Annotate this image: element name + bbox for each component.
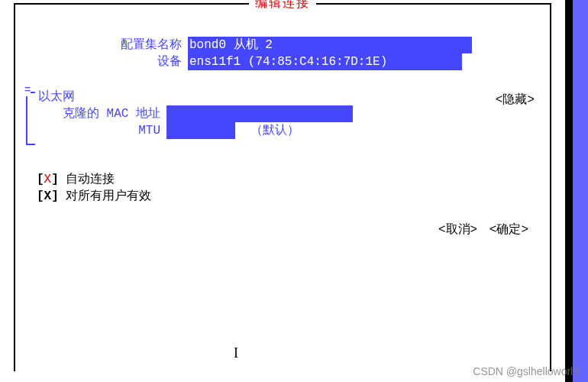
ok-button[interactable]: <确定> (489, 223, 528, 237)
auto-connect-label: 自动连接 (66, 173, 115, 186)
ethernet-section-label: 以太网 (38, 89, 75, 105)
mtu-label: MTU (15, 122, 166, 139)
device-label: 设备 (15, 53, 188, 70)
mac-label: 克隆的 MAC 地址 (15, 105, 166, 122)
all-users-checkbox[interactable]: [X] 对所有用户有效 (37, 188, 151, 204)
cancel-button[interactable]: <取消> (438, 223, 477, 237)
mtu-field[interactable] (166, 122, 235, 139)
watermark: CSDN @gslhelloworld (473, 365, 579, 377)
mtu-default-hint: （默认） (235, 122, 299, 139)
device-field[interactable]: ens11f1 (74:85:C4:16:7D:1E) (188, 53, 462, 70)
hide-button[interactable]: <隐藏> (496, 92, 535, 108)
text-cursor-icon: I (234, 345, 238, 361)
profile-name-label: 配置集名称 (15, 37, 188, 53)
dialog-panel: 编辑连接 配置集名称 bond0 从机 2 设备 ens11f1 (74:85:… (14, 3, 551, 371)
mac-field[interactable] (166, 105, 353, 122)
auto-connect-checkbox[interactable]: [X] 自动连接 (37, 171, 115, 187)
profile-name-field[interactable]: bond0 从机 2 (188, 37, 472, 53)
dialog-title: 编辑连接 (15, 0, 550, 11)
all-users-label: 对所有用户有效 (66, 189, 151, 203)
